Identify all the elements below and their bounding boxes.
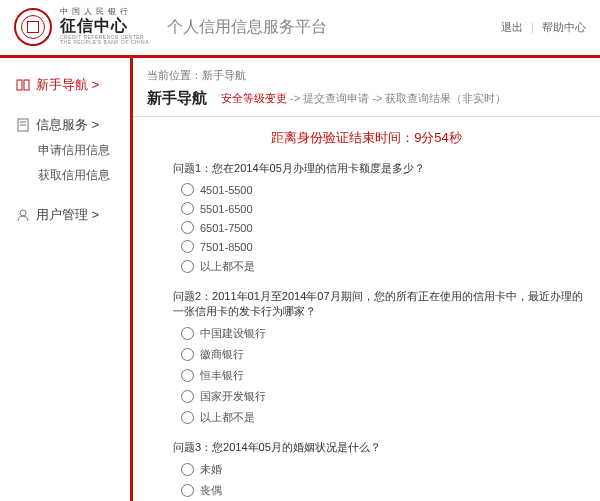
radio-input[interactable] [181,240,194,253]
container: 新手导航 > 信息服务 > 申请信用信息 获取信用信息 用户管理 > 当 [0,58,600,501]
radio-input[interactable] [181,411,194,424]
option-label: 7501-8500 [200,241,253,253]
option-label: 4501-5500 [200,184,253,196]
radio-input[interactable] [181,221,194,234]
sidebar-item-label: 用户管理 > [36,206,99,224]
qa-block-3: 问题3：您2014年05月的婚姻状况是什么？ 未婚 丧偶 [133,440,600,501]
header-right: 退出 | 帮助中心 [501,20,586,35]
radio-input[interactable] [181,260,194,273]
brand-text: 中国人民银行 征信中心 CREDIT REFERENCE CENTER THE … [60,8,149,45]
main: 当前位置：新手导航 新手导航 安全等级变更 -> 提交查询申请 -> 获取查询结… [130,58,600,501]
sidebar: 新手导航 > 信息服务 > 申请信用信息 获取信用信息 用户管理 > [0,58,130,501]
option-label: 未婚 [200,462,222,477]
qa-option[interactable]: 7501-8500 [173,237,586,256]
breadcrumb-prefix: 当前位置： [147,69,202,81]
step-2: 提交查询申请 [303,92,369,104]
help-link[interactable]: 帮助中心 [542,21,586,33]
option-label: 以上都不是 [200,410,255,425]
radio-input[interactable] [181,348,194,361]
option-label: 6501-7500 [200,222,253,234]
header: 中国人民银行 征信中心 CREDIT REFERENCE CENTER THE … [0,0,600,55]
sidebar-item-newbie[interactable]: 新手导航 > [16,72,130,98]
option-label: 徽商银行 [200,347,244,362]
sidebar-item-label: 新手导航 > [36,76,99,94]
step-3: 获取查询结果（非实时） [385,92,506,104]
sidebar-item-info-service[interactable]: 信息服务 > [16,112,130,138]
sidebar-sub-apply[interactable]: 申请信用信息 [16,138,130,163]
countdown-text: 距离身份验证结束时间：9分54秒 [133,117,600,153]
qa-option[interactable]: 中国建设银行 [173,323,586,344]
logout-link[interactable]: 退出 [501,21,523,33]
step-arrow: -> [287,92,303,104]
user-icon [16,208,30,222]
question-text: 问题1：您在2014年05月办理的信用卡额度是多少？ [173,161,586,176]
svg-rect-1 [24,80,29,90]
breadcrumb: 当前位置：新手导航 [133,58,600,89]
step-current: 安全等级变更 [221,92,287,104]
qa-option[interactable]: 未婚 [173,459,586,480]
qa-option[interactable]: 国家开发银行 [173,386,586,407]
radio-input[interactable] [181,484,194,497]
brand-small: 中国人民银行 [60,8,149,17]
step-arrow: -> [369,92,385,104]
qa-option[interactable]: 5501-6500 [173,199,586,218]
sidebar-item-user-mgmt[interactable]: 用户管理 > [16,202,130,228]
option-label: 以上都不是 [200,259,255,274]
radio-input[interactable] [181,202,194,215]
svg-point-5 [20,210,26,216]
question-text: 问题3：您2014年05月的婚姻状况是什么？ [173,440,586,455]
qa-option[interactable]: 以上都不是 [173,256,586,277]
qa-option[interactable]: 徽商银行 [173,344,586,365]
sidebar-sub-get[interactable]: 获取信用信息 [16,163,130,188]
radio-input[interactable] [181,183,194,196]
qa-option[interactable]: 丧偶 [173,480,586,501]
sidebar-item-label: 信息服务 > [36,116,99,134]
breadcrumb-current: 新手导航 [202,69,246,81]
radio-input[interactable] [181,463,194,476]
qa-option[interactable]: 4501-5500 [173,180,586,199]
page-title: 新手导航 [147,89,207,108]
logo-seal-icon [14,8,52,46]
option-label: 丧偶 [200,483,222,498]
qa-option[interactable]: 以上都不是 [173,407,586,428]
steps: 安全等级变更 -> 提交查询申请 -> 获取查询结果（非实时） [221,91,506,106]
option-label: 恒丰银行 [200,368,244,383]
radio-input[interactable] [181,390,194,403]
document-icon [16,118,30,132]
header-separator: | [531,21,534,33]
brand-big: 征信中心 [60,17,149,35]
option-label: 5501-6500 [200,203,253,215]
qa-option[interactable]: 6501-7500 [173,218,586,237]
question-text: 问题2：2011年01月至2014年07月期间，您的所有正在使用的信用卡中，最近… [173,289,586,319]
option-label: 国家开发银行 [200,389,266,404]
svg-rect-0 [17,80,22,90]
book-icon [16,78,30,92]
radio-input[interactable] [181,327,194,340]
option-label: 中国建设银行 [200,326,266,341]
platform-title: 个人信用信息服务平台 [167,17,327,38]
qa-block-2: 问题2：2011年01月至2014年07月期间，您的所有正在使用的信用卡中，最近… [133,289,600,432]
qa-option[interactable]: 恒丰银行 [173,365,586,386]
page-title-row: 新手导航 安全等级变更 -> 提交查询申请 -> 获取查询结果（非实时） [133,89,600,117]
brand-eng-2: THE PEOPLE'S BANK OF CHINA [60,40,149,46]
qa-block-1: 问题1：您在2014年05月办理的信用卡额度是多少？ 4501-5500 550… [133,161,600,281]
radio-input[interactable] [181,369,194,382]
